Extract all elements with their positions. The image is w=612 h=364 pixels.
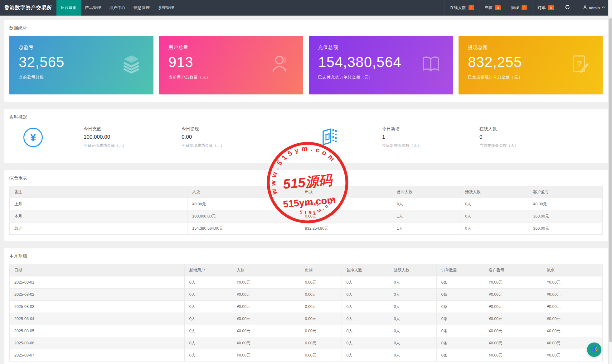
table-cell: 0人 — [184, 276, 232, 289]
realtime-desc: 今日新增会员数（人） — [382, 143, 460, 148]
realtime-panel-title: 实时概况 — [9, 114, 603, 120]
nav-tab-1[interactable]: 产品管理 — [81, 0, 105, 16]
table-cell: ¥0.00元 — [484, 289, 542, 301]
table-cell: ¥0.00元 — [484, 349, 542, 362]
column-header: 首冲人数 — [342, 264, 389, 276]
nav-tab-2[interactable]: 用户中心 — [105, 0, 129, 16]
table-cell: 0人 — [342, 289, 389, 301]
stats-panel-title: 数据统计 — [9, 25, 603, 31]
nav-tab-0[interactable]: 后台首页 — [56, 0, 81, 16]
realtime-value: 0 — [479, 134, 573, 140]
table-cell: 0人 — [460, 210, 528, 223]
table-cell: ¥0.00元 — [542, 301, 603, 313]
table-cell: 0人 — [389, 301, 436, 313]
table-cell: ¥0.00元 — [300, 198, 392, 210]
table-row: 总计154,380,564.00元832,254.80元1人0人360.00元 — [10, 223, 603, 235]
table-cell: 0人 — [184, 337, 232, 349]
table-cell: ¥0.00元 — [232, 337, 300, 349]
card-label: 总盈亏 — [19, 45, 144, 50]
table-cell: 0人 — [184, 313, 232, 325]
table-cell: 0人 — [342, 313, 389, 325]
column-header: 入款 — [187, 186, 300, 198]
nav-tab-3[interactable]: 信息管理 — [129, 0, 154, 16]
refresh-button[interactable] — [559, 0, 576, 16]
month-detail-panel: 本月明细 日期新增用户入款出款首冲人数活跃人数订单数量客户盈亏流水2025-08… — [4, 248, 608, 364]
status-item-3[interactable]: 订单0 — [532, 0, 559, 16]
table-cell: ¥0.00元 — [484, 325, 542, 337]
realtime-value: 1 — [382, 134, 460, 140]
admin-menu[interactable]: admin — [576, 0, 612, 16]
table-cell: ¥0.00元 — [528, 198, 603, 210]
table-cell: 0人 — [389, 325, 436, 337]
brand-title: 香港数字资产交易所 — [0, 0, 56, 16]
table-cell: 0人 — [342, 301, 389, 313]
status-label: 订单 — [537, 5, 546, 11]
realtime-desc: 今日充值成功金额（元） — [84, 143, 162, 148]
table-cell: 2025-08-04 — [10, 313, 185, 325]
status-badge: 2 — [469, 5, 474, 10]
table-cell: 0人 — [392, 198, 460, 210]
realtime-item-withdraw: 今日提现 0.00 今日提现成功金额（元） — [182, 126, 281, 148]
table-cell: 0.00元 — [300, 210, 392, 223]
nav-tab-4[interactable]: 系统管理 — [154, 0, 178, 16]
column-header: 活跃人数 — [389, 264, 436, 276]
page-scrollbar[interactable] — [608, 0, 612, 364]
table-cell: 2025-08-05 — [10, 325, 185, 337]
table-cell: 0.00元 — [300, 337, 342, 349]
admin-username: admin — [589, 6, 600, 10]
column-header: 客户盈亏 — [484, 264, 542, 276]
status-badge: 0 — [495, 5, 501, 10]
column-header: 活跃人数 — [460, 186, 528, 198]
status-label: 在线人数 — [450, 5, 466, 11]
table-cell: 2025-08-06 — [10, 337, 185, 349]
column-header: 出款 — [300, 186, 392, 198]
table-cell: 100,000.00元 — [187, 210, 300, 223]
table-cell: 0条 — [436, 325, 484, 337]
table-cell: 2025-08-02 — [10, 289, 185, 301]
status-badge: 0 — [548, 5, 554, 10]
summary-report-panel: 综合报表 备注入款出款首冲人数活跃人数客户盈亏上月¥0.00元¥0.00元0人0… — [4, 170, 608, 241]
table-cell: ¥0.00元 — [542, 313, 603, 325]
sound-float-button[interactable] — [587, 342, 601, 357]
table-cell: 2025-08-07 — [10, 349, 185, 362]
table-row: 2025-08-040人¥0.00元0.00元0人0人0条¥0.00元¥0.00… — [10, 313, 603, 325]
table-row: 2025-08-060人¥0.00元0.00元0人0人0条¥0.00元¥0.00… — [10, 337, 603, 349]
table-cell: ¥0.00元 — [232, 289, 300, 301]
svg-text:?: ? — [577, 59, 582, 69]
table-cell: 0.00元 — [300, 276, 342, 289]
summary-report-table: 备注入款出款首冲人数活跃人数客户盈亏上月¥0.00元¥0.00元0人0人¥0.0… — [9, 186, 603, 235]
user-icon — [270, 54, 292, 77]
table-cell: 0人 — [389, 337, 436, 349]
table-cell: 0.00元 — [300, 301, 342, 313]
status-badge: 0 — [522, 5, 527, 10]
table-row: 2025-08-070人¥0.00元0.00元0人0人0条¥0.00元¥0.00… — [10, 349, 603, 362]
status-item-0[interactable]: 在线人数2 — [444, 0, 479, 16]
table-cell: ¥0.00元 — [484, 301, 542, 313]
table-cell: 360.00元 — [528, 210, 603, 223]
table-cell: ¥0.00元 — [484, 276, 542, 289]
building-door-icon — [318, 127, 338, 148]
table-cell: 0.00元 — [300, 349, 342, 362]
table-cell: 0人 — [460, 198, 528, 210]
table-cell: 0人 — [184, 301, 232, 313]
layers-icon — [120, 54, 142, 77]
user-icon — [581, 5, 589, 11]
table-cell: 0.00元 — [300, 313, 342, 325]
scrollbar-thumb[interactable] — [609, 18, 612, 342]
table-cell: ¥0.00元 — [542, 325, 603, 337]
realtime-label: 今日提现 — [182, 126, 281, 132]
table-row: 2025-08-050人¥0.00元0.00元0人0人0条¥0.00元¥0.00… — [10, 325, 603, 337]
doc-question-icon: ? — [570, 54, 591, 77]
stat-card-total-users: 用户总量 913 当前用户总数量（人） — [159, 36, 303, 94]
realtime-desc: 今日提现成功金额（元） — [182, 143, 281, 148]
table-cell: 0条 — [436, 337, 484, 349]
table-cell: 154,380,564.00元 — [187, 223, 300, 235]
column-header: 订单数量 — [436, 264, 484, 276]
status-item-1[interactable]: 充值0 — [479, 0, 506, 16]
status-item-2[interactable]: 提现0 — [506, 0, 532, 16]
month-detail-table: 日期新增用户入款出款首冲人数活跃人数订单数量客户盈亏流水2025-08-010人… — [9, 264, 603, 362]
book-open-icon — [420, 54, 442, 77]
column-header: 备注 — [10, 186, 187, 198]
table-row: 2025-08-030人¥0.00元0.00元0人0人0条¥0.00元¥0.00… — [10, 301, 603, 313]
table-cell: 0条 — [436, 276, 484, 289]
